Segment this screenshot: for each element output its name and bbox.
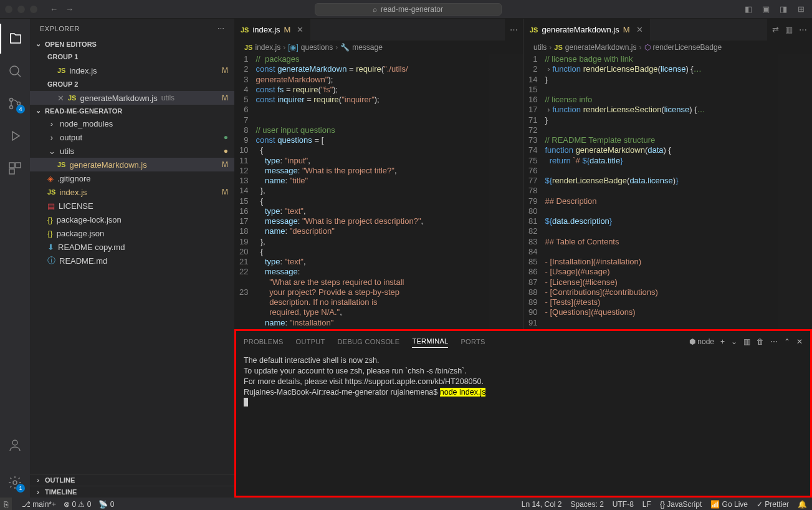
search-activity-icon[interactable] [0,56,30,86]
prettier-indicator[interactable]: ✓ Prettier [757,500,789,509]
trash-icon[interactable]: 🗑 [757,337,764,346]
open-editor-index[interactable]: JSindex.jsM [30,64,234,77]
scm-icon[interactable]: 4 [0,89,30,118]
modified-badge: M [222,94,228,102]
settings-icon[interactable]: 1 [0,468,30,498]
file-pkglock[interactable]: {}package-lock.json [30,213,234,226]
debug-icon[interactable] [0,121,30,151]
close-dot[interactable] [5,6,12,13]
layout-controls: ◧ ▣ ◨ ⊞ [742,4,807,14]
split-terminal-icon[interactable]: ▥ [743,337,750,346]
breadcrumbs-right[interactable]: utils›JSgenerateMarkdown.js›⬡renderLicen… [523,41,812,54]
terminal-content[interactable]: The default interactive shell is now zsh… [236,348,810,496]
tab-terminal[interactable]: TERMINAL [412,335,448,348]
modified-badge: M [222,66,228,75]
file-readme-copy[interactable]: ⬇README copy.md [30,240,234,254]
open-editor-genmd[interactable]: ✕JSgenerateMarkdown.jsutilsM [30,91,234,105]
git-status-dot: ● [224,147,228,155]
file-license[interactable]: ▤LICENSE [30,199,234,213]
svg-point-7 [12,440,17,445]
code-editor-left[interactable]: 1234567891011121314151617181920212223 //… [234,54,523,329]
close-tab-icon[interactable]: ✕ [297,25,303,34]
js-icon: JS [57,67,65,74]
accounts-icon[interactable] [0,430,30,460]
toggle-sidebar-icon[interactable]: ◧ [742,4,755,14]
info-icon: ⓘ [47,255,55,266]
open-editors-section[interactable]: ⌄OPEN EDITORS [30,38,234,50]
project-section[interactable]: ⌄READ-ME-GENERATOR [30,105,234,117]
js-icon: JS [47,188,55,196]
toggle-panel-icon[interactable]: ▣ [760,4,772,14]
js-icon: JS [530,26,538,34]
file-pkg[interactable]: {}package.json [30,226,234,240]
window-controls [5,6,37,13]
folder-output[interactable]: ›output● [30,130,234,144]
statusbar: ⎘ ⎇ main*+ ⊗ 0 ⚠ 0 📡 0 Ln 14, Col 2 Spac… [0,498,812,510]
terminal-line: To update your account to use zsh, pleas… [244,366,803,377]
timeline-section[interactable]: ›TIMELINE [30,486,234,498]
git-icon: ◈ [47,174,54,183]
language-indicator[interactable]: {} JavaScript [660,500,702,509]
folder-utils[interactable]: ⌄utils● [30,144,234,158]
tab-problems[interactable]: PROBLEMS [244,335,284,348]
tab-debug-console[interactable]: DEBUG CONSOLE [338,335,400,348]
branch-indicator[interactable]: ⎇ main*+ [22,500,56,509]
svg-point-0 [10,66,19,75]
tab-output[interactable]: OUTPUT [296,335,325,348]
sidebar-title: EXPLORER⋯ [30,19,234,38]
split-icon[interactable]: ▥ [785,25,793,34]
remote-indicator[interactable]: ⎘ [0,498,12,510]
file-genmd[interactable]: JSgenerateMarkdown.jsM [30,158,234,171]
more-icon[interactable]: ⋯ [217,25,225,33]
settings-badge: 1 [16,484,25,493]
port-indicator[interactable]: 📡 0 [98,500,114,509]
breadcrumbs-left[interactable]: JSindex.js›[◉]questions›🔧message [234,41,523,54]
titlebar: ← → ⌕ read-me-generator ◧ ▣ ◨ ⊞ [0,0,812,19]
maximize-panel-icon[interactable]: ⌃ [784,337,790,346]
more-icon[interactable]: ⋯ [799,25,807,34]
cursor-position[interactable]: Ln 14, Col 2 [522,500,562,509]
more-icon[interactable]: ⋯ [770,337,778,346]
back-icon[interactable]: ← [50,4,58,14]
tab-index[interactable]: JSindex.jsM✕ [234,19,310,41]
close-tab-icon[interactable]: ✕ [636,25,643,34]
explorer-icon[interactable] [0,24,30,54]
new-terminal-icon[interactable]: + [720,337,725,346]
outline-section[interactable]: ›OUTLINE [30,474,234,486]
svg-point-8 [13,481,17,484]
code-editor-right[interactable]: 1214151617717273747576777879808182838485… [523,54,812,329]
dropdown-icon[interactable]: ⌄ [731,337,737,346]
diff-icon[interactable]: ⇄ [772,25,779,34]
bell-icon[interactable]: 🔔 [798,500,807,509]
file-readme[interactable]: ⓘREADME.md [30,254,234,267]
encoding-indicator[interactable]: UTF-8 [613,500,634,509]
close-panel-icon[interactable]: ✕ [796,337,803,346]
eol-indicator[interactable]: LF [642,500,651,509]
minimap[interactable] [778,54,812,329]
shell-label[interactable]: ⬢ node [689,337,714,346]
layout-icon[interactable]: ⊞ [795,4,807,14]
close-icon[interactable]: ✕ [57,94,64,103]
minimize-dot[interactable] [17,6,25,13]
modified-mark: M [623,25,630,34]
forward-icon[interactable]: → [65,4,74,14]
json-icon: {} [47,215,53,224]
errors-indicator[interactable]: ⊗ 0 ⚠ 0 [64,500,91,509]
indent-indicator[interactable]: Spaces: 2 [570,500,603,509]
golive-button[interactable]: 📶 Go Live [710,500,748,509]
editor-left: JSindex.jsM✕ ⋯ JSindex.js›[◉]questions›🔧… [234,19,523,329]
more-icon[interactable]: ⋯ [510,25,518,34]
zoom-dot[interactable] [30,6,37,13]
tab-ports[interactable]: PORTS [461,335,485,348]
license-icon: ▤ [47,201,55,211]
activity-bar: 4 1 [0,19,30,498]
command-center[interactable]: ⌕ read-me-generator [315,3,502,16]
minimap[interactable] [489,54,523,329]
tab-genmd[interactable]: JSgenerateMarkdown.jsM✕ [523,19,650,41]
group-2-label: GROUP 2 [30,77,234,91]
toggle-secondary-icon[interactable]: ◨ [777,4,790,14]
folder-node-modules[interactable]: ›node_modules [30,117,234,130]
file-index[interactable]: JSindex.jsM [30,185,234,199]
file-gitignore[interactable]: ◈.gitignore [30,171,234,185]
extensions-icon[interactable] [0,153,30,183]
